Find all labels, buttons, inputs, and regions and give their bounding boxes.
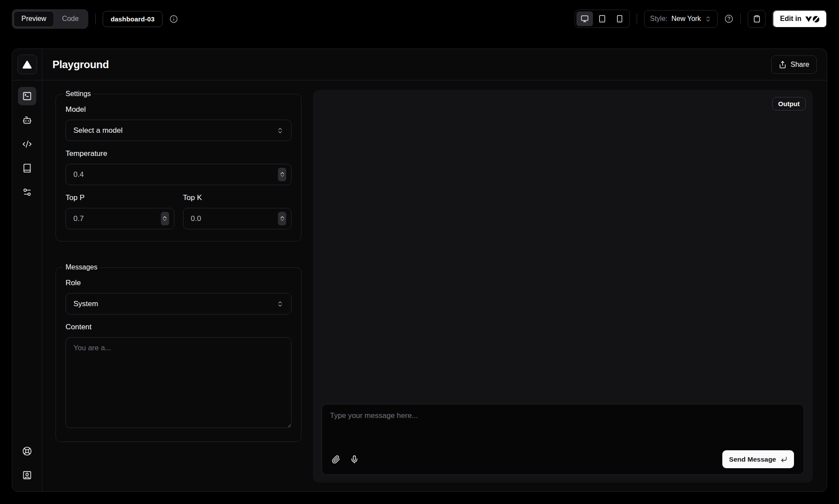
model-label: Model bbox=[66, 105, 291, 114]
role-select-value: System bbox=[73, 300, 98, 308]
monitor-icon bbox=[581, 15, 589, 23]
help-icon[interactable] bbox=[725, 14, 733, 23]
preview-frame: Playground Share bbox=[12, 48, 827, 492]
block-name-badge: dashboard-03 bbox=[103, 11, 163, 27]
settings-legend: Settings bbox=[63, 90, 94, 98]
messages-fieldset: Messages Role System Content bbox=[55, 263, 302, 442]
view-toggle: Preview Code bbox=[12, 9, 88, 29]
sidebar-item-settings[interactable] bbox=[18, 183, 36, 201]
tablet-view-button[interactable] bbox=[594, 11, 610, 26]
chevrons-up-down-icon bbox=[277, 127, 284, 134]
model-select-value: Select a model bbox=[73, 126, 122, 135]
chevron-down-icon bbox=[163, 218, 167, 221]
app-header: Playground Share bbox=[12, 49, 827, 80]
sidebar-item-account[interactable] bbox=[18, 466, 36, 484]
settings-fieldset: Settings Model Select a model Temperatur… bbox=[55, 90, 302, 242]
share-button-label: Share bbox=[790, 61, 809, 69]
output-badge: Output bbox=[772, 97, 806, 110]
settings-sliders-icon bbox=[22, 187, 32, 197]
sidebar-item-api[interactable] bbox=[18, 135, 36, 153]
book-icon bbox=[22, 163, 32, 173]
mic-icon[interactable] bbox=[350, 455, 359, 464]
settings-column: Settings Model Select a model Temperatur… bbox=[55, 90, 302, 483]
message-input[interactable] bbox=[328, 410, 797, 448]
send-message-label: Send Message bbox=[729, 456, 776, 463]
divider bbox=[637, 14, 637, 24]
chevrons-up-down-icon bbox=[705, 16, 711, 22]
temperature-input-wrap bbox=[66, 164, 291, 185]
main-content: Settings Model Select a model Temperatur… bbox=[42, 80, 827, 491]
edit-in-v0-label: Edit in bbox=[780, 15, 801, 23]
chevrons-up-down-icon bbox=[277, 300, 284, 307]
style-select[interactable]: Style: New York bbox=[644, 10, 718, 28]
corner-down-left-icon bbox=[780, 456, 787, 463]
bot-icon bbox=[22, 115, 32, 125]
sidebar-item-help[interactable] bbox=[18, 442, 36, 460]
device-toggle-group bbox=[575, 10, 630, 28]
top-k-stepper[interactable] bbox=[278, 212, 286, 225]
content-label: Content bbox=[66, 323, 291, 331]
triangle-logo-icon bbox=[22, 60, 32, 69]
top-k-label: Top K bbox=[183, 193, 292, 202]
share-button[interactable]: Share bbox=[771, 55, 817, 74]
divider bbox=[95, 14, 96, 24]
top-k-input[interactable] bbox=[184, 214, 278, 223]
info-icon[interactable] bbox=[170, 15, 178, 23]
output-panel: Output Send Message bbox=[313, 90, 813, 483]
preview-tab[interactable]: Preview bbox=[14, 11, 54, 27]
square-user-icon bbox=[22, 470, 32, 480]
top-p-input-wrap bbox=[66, 208, 174, 229]
smartphone-icon bbox=[616, 15, 624, 23]
logo-cell bbox=[12, 49, 42, 80]
code-icon bbox=[22, 139, 32, 149]
code-tab[interactable]: Code bbox=[54, 11, 87, 27]
top-p-field: Top P bbox=[66, 185, 174, 229]
paperclip-icon[interactable] bbox=[332, 455, 340, 464]
model-select[interactable]: Select a model bbox=[66, 120, 291, 141]
sidebar bbox=[12, 80, 42, 491]
role-label: Role bbox=[66, 279, 291, 287]
top-p-label: Top P bbox=[66, 193, 174, 202]
desktop-view-button[interactable] bbox=[576, 11, 593, 26]
sidebar-item-documentation[interactable] bbox=[18, 159, 36, 177]
sidebar-item-playground[interactable] bbox=[18, 87, 36, 105]
temperature-stepper[interactable] bbox=[278, 168, 286, 181]
top-k-input-wrap bbox=[183, 208, 292, 229]
messages-legend: Messages bbox=[63, 263, 100, 271]
send-message-button[interactable]: Send Message bbox=[722, 450, 794, 468]
tablet-icon bbox=[598, 15, 606, 23]
mobile-view-button[interactable] bbox=[611, 11, 628, 26]
life-buoy-icon bbox=[22, 446, 32, 456]
top-p-input[interactable] bbox=[67, 214, 161, 223]
home-logo-button[interactable] bbox=[17, 55, 37, 74]
temperature-input[interactable] bbox=[67, 170, 278, 179]
temperature-label: Temperature bbox=[66, 149, 291, 158]
share-icon bbox=[779, 61, 787, 69]
copy-code-button[interactable] bbox=[748, 10, 766, 28]
style-select-value: New York bbox=[672, 15, 701, 23]
chevron-down-icon bbox=[280, 174, 284, 177]
sidebar-item-models[interactable] bbox=[18, 111, 36, 129]
square-terminal-icon bbox=[22, 91, 32, 101]
divider bbox=[740, 14, 741, 24]
chevron-down-icon bbox=[280, 218, 284, 221]
v0-logo-icon bbox=[805, 15, 820, 23]
role-select[interactable]: System bbox=[66, 293, 291, 314]
edit-in-v0-button[interactable]: Edit in bbox=[773, 10, 827, 28]
content-textarea[interactable] bbox=[66, 337, 291, 428]
top-p-stepper[interactable] bbox=[161, 212, 169, 225]
message-composer: Send Message bbox=[322, 404, 804, 475]
style-select-label: Style: bbox=[650, 15, 668, 23]
clipboard-icon bbox=[753, 15, 761, 23]
page-title: Playground bbox=[52, 59, 109, 71]
top-k-field: Top K bbox=[183, 185, 292, 229]
top-toolbar: Preview Code dashboard-03 Style: New Yor… bbox=[0, 0, 839, 38]
